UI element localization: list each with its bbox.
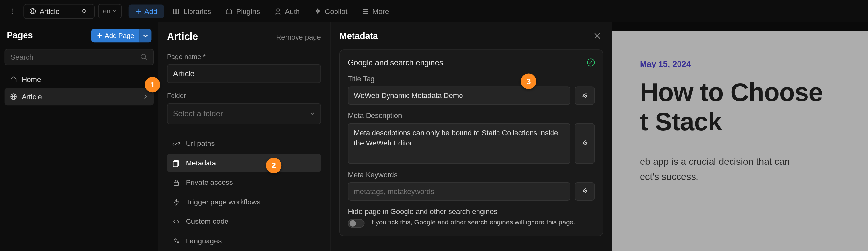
copilot-label: Copilot — [325, 7, 348, 16]
locale-selector[interactable]: en — [98, 4, 122, 18]
page-item-article[interactable]: Article — [5, 88, 154, 106]
callout-3: 3 — [521, 74, 536, 89]
document-icon — [173, 159, 180, 167]
code-icon — [173, 218, 180, 225]
user-icon — [274, 7, 281, 15]
settings-languages[interactable]: Languages — [167, 232, 321, 250]
title-tag-label: Title Tag — [348, 75, 595, 83]
hamburger-icon — [362, 7, 369, 15]
updown-icon — [80, 8, 88, 14]
chevron-right-icon — [143, 94, 148, 99]
page-selector[interactable]: Article — [23, 4, 95, 19]
language-icon — [173, 237, 180, 245]
globe-icon — [29, 8, 36, 15]
add-page-dropdown[interactable] — [140, 29, 152, 42]
plus-icon — [135, 8, 142, 15]
page-item-label: Article — [22, 92, 41, 101]
page-item-label: Home — [22, 75, 41, 84]
settings-label: Private access — [186, 178, 233, 187]
remove-page-button[interactable]: Remove page — [276, 33, 321, 41]
hide-toggle[interactable] — [348, 219, 365, 227]
page-name-input[interactable] — [167, 64, 321, 83]
metadata-card: Google and search engines ✓ Title Tag Me… — [339, 50, 603, 236]
keywords-input[interactable] — [348, 182, 570, 200]
search-icon — [140, 53, 147, 61]
more-label: More — [372, 7, 389, 16]
hide-label: Hide page in Google and other search eng… — [348, 207, 595, 216]
pages-title: Pages — [6, 31, 33, 41]
auth-button[interactable]: Auth — [269, 4, 305, 18]
settings-private-access[interactable]: Private access — [167, 173, 321, 192]
more-button[interactable]: More — [356, 4, 395, 18]
callout-2: 2 — [266, 158, 282, 173]
page-settings-title: Article — [167, 31, 198, 43]
callout-1: 1 — [145, 77, 160, 93]
settings-custom-code[interactable]: Custom code — [167, 212, 321, 231]
title-tag-input[interactable] — [348, 86, 570, 105]
settings-url-paths[interactable]: Url paths — [167, 134, 321, 153]
svg-line-11 — [145, 58, 147, 60]
close-button[interactable] — [591, 30, 603, 42]
svg-rect-7 — [176, 8, 178, 13]
page-item-home[interactable]: Home — [5, 71, 154, 88]
page-settings-panel: Article Remove page Page name * Folder S… — [158, 22, 331, 251]
preview-body: eb app is a crucial decision that can ec… — [640, 154, 840, 185]
copilot-button[interactable]: Copilot — [309, 4, 353, 18]
page-name-label: Page name * — [167, 53, 321, 61]
plug-icon — [581, 92, 589, 100]
settings-label: Languages — [186, 237, 222, 245]
preview-title: How to Choose t Stack — [640, 77, 840, 136]
chevron-down-icon — [309, 111, 315, 116]
metadata-panel: Metadata Google and search engines ✓ Tit… — [331, 22, 612, 251]
close-icon — [594, 32, 601, 40]
folder-select[interactable]: Select a folder — [167, 103, 321, 124]
settings-label: Custom code — [186, 217, 228, 226]
desc-input[interactable] — [348, 123, 570, 164]
home-icon — [10, 76, 17, 83]
search-input[interactable] — [10, 53, 140, 62]
settings-label: Url paths — [186, 139, 215, 148]
plus-icon — [97, 33, 102, 38]
globe-icon — [10, 93, 17, 100]
bind-title-button[interactable] — [575, 86, 595, 105]
libraries-icon — [173, 7, 180, 15]
bind-desc-button[interactable] — [575, 123, 595, 164]
chevron-down-icon — [113, 9, 117, 13]
add-label: Add — [144, 7, 157, 16]
sparkle-icon — [314, 7, 321, 15]
hide-description: If you tick this, Google and other searc… — [370, 218, 576, 227]
page-selector-label: Article — [40, 7, 60, 16]
svg-rect-8 — [227, 10, 232, 14]
lock-icon — [173, 178, 180, 187]
svg-rect-16 — [174, 161, 178, 166]
settings-trigger-workflows[interactable]: Trigger page workflows — [167, 193, 321, 211]
settings-label: Trigger page workflows — [186, 198, 260, 206]
plugins-button[interactable]: Plugins — [220, 4, 266, 18]
desc-label: Meta Description — [348, 111, 595, 120]
card-title: Google and search engines — [348, 58, 443, 67]
folder-label: Folder — [167, 92, 321, 100]
svg-point-9 — [277, 8, 280, 11]
menu-button[interactable] — [5, 3, 20, 19]
plugins-label: Plugins — [236, 7, 260, 16]
libraries-button[interactable]: Libraries — [167, 4, 217, 18]
link-icon — [173, 140, 180, 147]
plug-icon — [581, 187, 589, 195]
topbar: Article en Add Libraries Plugins Auth Co… — [0, 0, 868, 22]
svg-rect-6 — [174, 8, 176, 13]
svg-point-2 — [12, 13, 13, 14]
folder-placeholder: Select a folder — [173, 109, 223, 118]
pages-panel: Pages Add Page Home Article — [0, 22, 158, 251]
add-button[interactable]: Add — [129, 4, 164, 18]
add-page-button[interactable]: Add Page — [91, 29, 140, 42]
svg-rect-17 — [174, 182, 179, 185]
locale-label: en — [103, 7, 111, 15]
preview-area: May 15, 2024 How to Choose t Stack eb ap… — [612, 31, 868, 251]
libraries-label: Libraries — [183, 7, 211, 16]
settings-metadata[interactable]: Metadata — [167, 154, 321, 172]
settings-label: Metadata — [186, 159, 216, 167]
pages-search[interactable] — [5, 49, 154, 65]
bind-keywords-button[interactable] — [575, 182, 595, 200]
add-page-label: Add Page — [105, 32, 134, 40]
auth-label: Auth — [285, 7, 300, 16]
